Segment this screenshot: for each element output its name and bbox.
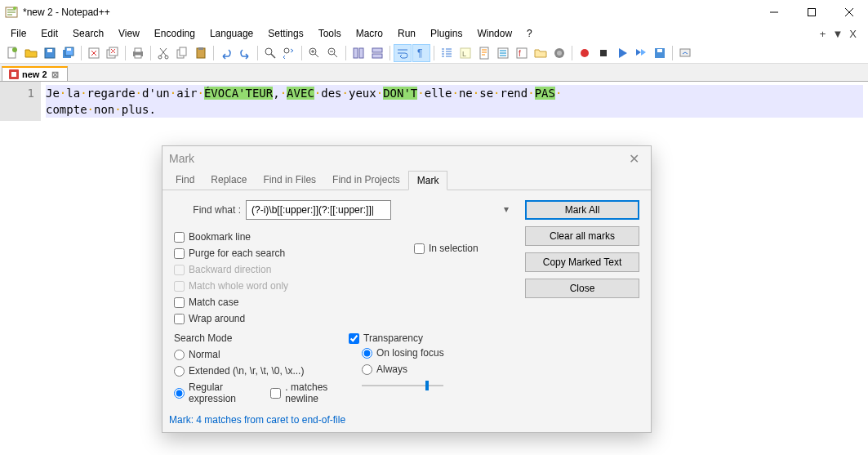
title-bar: *new 2 - Notepad++ — [0, 0, 868, 25]
dropdown-icon: ▾ — [504, 203, 509, 215]
menu-language[interactable]: Language — [203, 25, 260, 42]
tab-find-in-files[interactable]: Find in Files — [255, 171, 324, 190]
play-macro-icon[interactable] — [613, 44, 631, 62]
new-file-icon[interactable] — [3, 44, 21, 62]
print-icon[interactable] — [129, 44, 147, 62]
record-macro-icon[interactable] — [576, 44, 594, 62]
marked-text-4: PAS — [535, 87, 555, 100]
svg-rect-32 — [372, 48, 382, 52]
menubar-plus[interactable]: + — [820, 28, 826, 40]
doc-list-icon[interactable] — [494, 44, 512, 62]
cut-icon[interactable] — [154, 44, 172, 62]
match-case-checkbox[interactable]: Match case — [174, 297, 414, 308]
sync-v-icon[interactable] — [349, 44, 367, 62]
mode-regex-radio[interactable]: Regular expression . matches newline — [174, 381, 349, 404]
stop-macro-icon[interactable] — [594, 44, 612, 62]
find-what-input[interactable] — [246, 200, 391, 220]
dialog-title-bar[interactable]: Mark ✕ — [162, 146, 651, 171]
window-title: *new 2 - Notepad++ — [23, 7, 755, 18]
indent-guide-icon[interactable] — [438, 44, 456, 62]
menu-search[interactable]: Search — [65, 25, 111, 42]
replace-icon[interactable] — [280, 44, 298, 62]
on-losing-focus-radio[interactable]: On losing focus — [362, 347, 512, 359]
clear-all-marks-button[interactable]: Clear all marks — [525, 226, 639, 246]
menu-window[interactable]: Window — [470, 25, 519, 42]
copy-icon[interactable] — [173, 44, 191, 62]
function-list-icon[interactable]: f — [513, 44, 531, 62]
menu-file[interactable]: File — [3, 25, 33, 42]
tab-close-icon[interactable]: ⊠ — [51, 69, 60, 79]
svg-rect-22 — [198, 47, 203, 50]
minimize-button[interactable] — [755, 0, 793, 25]
svg-rect-16 — [135, 55, 141, 58]
file-tab-new2[interactable]: new 2 ⊠ — [2, 66, 68, 81]
svg-rect-10 — [67, 48, 71, 51]
svg-point-23 — [265, 48, 272, 55]
purge-checkbox[interactable]: Purge for each search — [174, 248, 414, 259]
menubar-x[interactable]: X — [849, 28, 857, 40]
save-macro-icon[interactable] — [651, 44, 669, 62]
maximize-button[interactable] — [793, 0, 830, 25]
run-dialog-icon[interactable] — [676, 44, 694, 62]
find-what-label: Find what : — [174, 204, 241, 216]
save-all-icon[interactable] — [60, 44, 78, 62]
tab-mark[interactable]: Mark — [408, 171, 448, 190]
mode-normal-radio[interactable]: Normal — [174, 349, 349, 360]
tab-find[interactable]: Find — [167, 171, 203, 190]
redo-icon[interactable] — [236, 44, 254, 62]
wrap-around-checkbox[interactable]: Wrap around — [174, 313, 414, 324]
svg-text:L: L — [462, 50, 466, 58]
monitoring-icon[interactable] — [550, 44, 568, 62]
tab-find-in-projects[interactable]: Find in Projects — [324, 171, 408, 190]
dialog-close-icon[interactable]: ✕ — [624, 151, 644, 167]
menu-help[interactable]: ? — [519, 25, 540, 42]
play-multi-icon[interactable] — [632, 44, 650, 62]
svg-point-43 — [581, 49, 589, 57]
menu-encoding[interactable]: Encoding — [147, 25, 203, 42]
menu-macro[interactable]: Macro — [349, 25, 390, 42]
menubar-dropdown[interactable]: ▼ — [832, 28, 843, 40]
menu-tools[interactable]: Tools — [311, 25, 349, 42]
close-dialog-button[interactable]: Close — [525, 279, 639, 298]
menu-view[interactable]: View — [111, 25, 147, 42]
dialog-status: Mark: 4 matches from caret to end-of-fil… — [162, 411, 651, 432]
close-file-icon[interactable] — [85, 44, 103, 62]
copy-marked-text-button[interactable]: Copy Marked Text — [525, 252, 639, 272]
show-all-chars-icon[interactable]: ¶ — [412, 44, 430, 62]
mode-extended-radio[interactable]: Extended (\n, \r, \t, \0, \x...) — [174, 365, 349, 377]
code-content[interactable]: Je·la·regarde·d'un·air·ÉVOCA'TEUR,·AVEC·… — [41, 82, 868, 121]
menu-edit[interactable]: Edit — [33, 25, 65, 42]
doc-map-icon[interactable] — [475, 44, 493, 62]
backward-checkbox: Backward direction — [174, 264, 414, 275]
word-wrap-icon[interactable] — [394, 44, 412, 62]
undo-icon[interactable] — [217, 44, 235, 62]
close-button[interactable] — [830, 0, 868, 25]
transparency-slider[interactable] — [362, 378, 443, 393]
mark-all-button[interactable]: Mark All — [525, 200, 639, 220]
menu-plugins[interactable]: Plugins — [423, 25, 470, 42]
svg-rect-20 — [180, 47, 186, 56]
zoom-out-icon[interactable] — [324, 44, 342, 62]
svg-text:¶: ¶ — [417, 47, 422, 59]
user-lang-icon[interactable]: L — [456, 44, 474, 62]
tab-replace[interactable]: Replace — [203, 171, 255, 190]
transparency-checkbox[interactable]: Transparency — [349, 332, 512, 344]
menu-run[interactable]: Run — [390, 25, 423, 42]
folder-workspace-icon[interactable] — [532, 44, 550, 62]
zoom-in-icon[interactable] — [305, 44, 323, 62]
matches-newline-checkbox[interactable] — [270, 388, 281, 399]
menu-settings[interactable]: Settings — [260, 25, 310, 42]
marked-text-1: ÉVOCA'TEUR — [204, 87, 273, 100]
sync-h-icon[interactable] — [368, 44, 386, 62]
close-all-icon[interactable] — [104, 44, 122, 62]
bookmark-line-checkbox[interactable]: Bookmark line — [174, 231, 414, 243]
svg-rect-3 — [808, 9, 816, 16]
paste-icon[interactable] — [192, 44, 210, 62]
svg-rect-30 — [354, 48, 358, 58]
in-selection-checkbox[interactable]: In selection — [414, 243, 512, 254]
open-file-icon[interactable] — [22, 44, 40, 62]
editor-area[interactable]: 1 Je·la·regarde·d'un·air·ÉVOCA'TEUR,·AVE… — [0, 82, 868, 121]
save-icon[interactable] — [41, 44, 59, 62]
always-radio[interactable]: Always — [362, 364, 512, 375]
find-icon[interactable] — [261, 44, 279, 62]
